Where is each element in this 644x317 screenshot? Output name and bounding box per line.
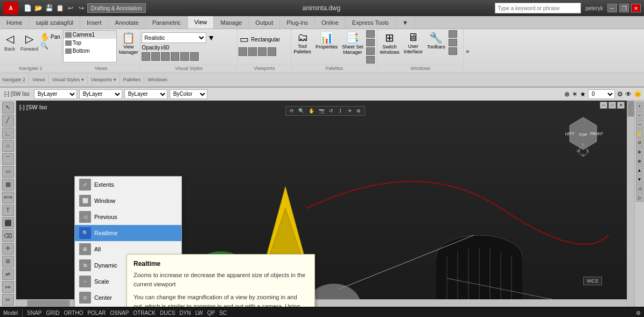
right-tool-8[interactable]: ▲ — [636, 166, 643, 174]
erase-tool[interactable]: ⌫ — [2, 230, 14, 242]
palette-extra-1[interactable] — [366, 30, 375, 38]
render-icon[interactable]: ★ — [580, 90, 586, 98]
save-button[interactable]: 💾 — [44, 3, 54, 13]
right-tool-2[interactable]: − — [636, 111, 643, 119]
tab-parametric[interactable]: Parametric — [146, 16, 188, 29]
status-otrack[interactable]: OTRACK — [133, 310, 156, 316]
scrollbar-thumb-h[interactable] — [27, 300, 70, 307]
restore-button[interactable]: ❐ — [619, 4, 629, 12]
viewport-btn-2[interactable] — [248, 47, 257, 56]
viewport-scrollbar-v[interactable] — [627, 101, 634, 307]
viewport-btn-3[interactable] — [258, 47, 267, 56]
open-button[interactable]: 📂 — [33, 3, 43, 13]
orbit-btn[interactable]: ⟳ — [288, 108, 296, 114]
settings-icon[interactable]: ⚙ — [617, 90, 623, 98]
view-top[interactable]: Top — [64, 39, 116, 47]
hatch-tool[interactable]: ▦ — [2, 179, 14, 191]
trim-tool[interactable]: ✂ — [2, 294, 14, 306]
visual-btn-2[interactable] — [151, 52, 160, 61]
windows-extra-1[interactable] — [449, 30, 457, 38]
zoom-realtime-btn[interactable]: 🔍 — [297, 108, 306, 114]
viewport-restore[interactable]: □ — [608, 102, 616, 109]
switch-windows-button[interactable]: ⊞ SwitchWindows — [379, 30, 401, 56]
arc-tool[interactable]: ⌒ — [2, 153, 14, 165]
color-select[interactable]: ByColor — [170, 89, 207, 99]
forward-button[interactable]: ▷ Forward — [19, 30, 39, 53]
sun-icon[interactable]: 🌞 — [634, 90, 642, 98]
visual-btn-6[interactable] — [190, 52, 199, 61]
sheet-set-button[interactable]: 📑 Sheet SetManager — [341, 30, 365, 56]
right-tool-1[interactable]: + — [636, 102, 643, 110]
status-ducs[interactable]: DUCS — [160, 310, 175, 316]
status-lw[interactable]: LW — [195, 310, 202, 316]
right-tool-6[interactable]: ⊕ — [636, 147, 643, 156]
right-tool-5[interactable]: ↺ — [636, 138, 643, 147]
tab-plugins[interactable]: Plug-ins — [280, 16, 315, 29]
status-gear[interactable]: ⚙ — [636, 310, 641, 316]
snap-icon[interactable]: ⊕ — [564, 90, 570, 98]
right-tool-7[interactable]: ⊗ — [636, 157, 643, 165]
visual-btn-1[interactable] — [142, 52, 150, 61]
scrollbar-thumb-v[interactable] — [627, 101, 634, 117]
layer-select[interactable]: ByLayer — [34, 89, 77, 99]
viewport-minimize[interactable]: ─ — [600, 102, 607, 109]
tab-express[interactable]: Express Tools — [346, 16, 396, 29]
view-bottom[interactable]: Bottom — [64, 47, 116, 55]
tab-home[interactable]: Home — [0, 16, 29, 29]
copy-tool[interactable]: ⧉ — [2, 256, 14, 267]
offset-tool[interactable]: ↦ — [2, 281, 14, 293]
move-tool[interactable]: ✛ — [2, 243, 14, 255]
lights-icon[interactable]: ☀ — [572, 90, 578, 98]
view-camera1[interactable]: Camera1 — [64, 31, 116, 39]
opacity-slider[interactable] — [161, 46, 162, 50]
status-dyn[interactable]: DYN — [179, 310, 191, 316]
rectangle-tool[interactable]: ▭ — [2, 166, 14, 178]
toolbars-button[interactable]: 🔧 Toolbars — [426, 30, 446, 51]
tab-insert[interactable]: Insert — [80, 16, 109, 29]
status-ortho[interactable]: ORTHO — [64, 310, 83, 316]
fly-btn[interactable]: ✈ — [346, 108, 354, 114]
viewport-btn-1[interactable] — [239, 47, 247, 56]
zoom-extents[interactable]: ⤢ Extents — [75, 177, 181, 193]
layer-num-select[interactable]: 0 — [588, 89, 615, 99]
tab-more[interactable]: ▼ — [396, 16, 415, 29]
right-tool-9[interactable]: ▼ — [636, 175, 643, 184]
status-polar[interactable]: POLAR — [87, 310, 106, 316]
camera-distance-btn[interactable]: 📷 — [317, 108, 326, 114]
back-button[interactable]: ◁ Back — [1, 30, 18, 53]
select-tool[interactable]: ↖ — [2, 102, 14, 114]
right-tool-3[interactable]: ↔ — [636, 120, 643, 129]
tab-online[interactable]: Online — [315, 16, 346, 29]
visual-btn-4[interactable] — [171, 52, 179, 61]
block-tool[interactable]: ⬛ — [2, 217, 14, 229]
palette-extra-3[interactable] — [366, 47, 375, 55]
right-tool-10[interactable]: ◁ — [636, 184, 643, 193]
polyline-tool[interactable]: ∟ — [2, 128, 14, 139]
eye-icon[interactable]: 👁 — [625, 90, 632, 98]
viewport-close[interactable]: ✕ — [617, 102, 625, 109]
windows-extra-3[interactable] — [449, 47, 457, 55]
lineweight-select[interactable]: ByLayer — [124, 89, 167, 99]
close-button[interactable]: ✕ — [631, 4, 641, 12]
tab-output[interactable]: Output — [249, 16, 280, 29]
minimize-button[interactable]: ─ — [607, 4, 617, 12]
palette-extra-2[interactable] — [366, 39, 375, 46]
tab-annotate[interactable]: Annotate — [109, 16, 146, 29]
tab-custom[interactable]: saját szalagfül — [29, 16, 80, 29]
rectangular-button[interactable]: ▭ Rectangular — [239, 32, 281, 46]
mirror-tool[interactable]: ⇌ — [2, 269, 14, 280]
visual-style-select[interactable]: Realistic — [142, 32, 206, 43]
dimension-tool[interactable]: ⟺ — [2, 192, 14, 203]
zoom-window[interactable]: ⬜ Window — [75, 193, 181, 209]
circle-tool[interactable]: ○ — [2, 140, 14, 152]
ribbon-expand-button[interactable]: » — [464, 29, 471, 73]
right-tool-4[interactable]: ✋ — [636, 129, 643, 138]
undo-button[interactable]: ↩ — [66, 3, 75, 13]
status-sc[interactable]: SC — [219, 310, 227, 316]
saveas-button[interactable]: 📋 — [55, 3, 65, 13]
workspace-dropdown[interactable]: Drafting & Annotation — [87, 3, 146, 13]
status-model[interactable]: Model — [3, 310, 18, 316]
tab-manage[interactable]: Manage — [214, 16, 249, 29]
viewport-btn-4[interactable] — [268, 47, 276, 56]
windows-extra-2[interactable] — [449, 39, 457, 46]
